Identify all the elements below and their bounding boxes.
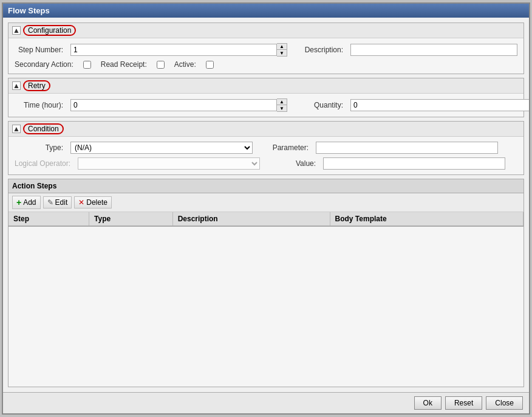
close-button[interactable]: Close	[486, 396, 523, 410]
add-button[interactable]: + Add	[12, 196, 41, 209]
step-number-input[interactable]	[70, 44, 277, 56]
edit-icon: ✎	[47, 198, 53, 207]
time-field: ▲ ▼	[70, 98, 287, 112]
edit-label: Edit	[55, 198, 68, 207]
time-input[interactable]	[70, 99, 277, 111]
action-steps-table: Step Type Description Body Template	[9, 212, 523, 227]
dialog-footer: Ok Reset Close	[3, 392, 529, 413]
action-steps-table-wrap: Step Type Description Body Template	[9, 212, 523, 387]
condition-content: Type: (N/A) Parameter: Logical Operator:	[9, 137, 523, 174]
type-select-wrap: (N/A)	[70, 142, 253, 154]
col-type: Type	[89, 212, 173, 226]
step-number-field: ▲ ▼	[70, 43, 287, 57]
parameter-label: Parameter:	[260, 143, 309, 152]
type-select[interactable]: (N/A)	[70, 142, 253, 154]
active-label: Active:	[174, 60, 196, 69]
active-checkbox[interactable]	[206, 61, 214, 69]
step-number-label: Step Number:	[15, 46, 63, 54]
retry-toggle-icon: ▲	[13, 81, 20, 90]
step-number-spin-up[interactable]: ▲	[277, 44, 287, 50]
condition-toggle[interactable]: ▲	[12, 125, 21, 133]
configuration-header[interactable]: ▲ Configuration	[9, 23, 523, 38]
condition-toggle-icon: ▲	[13, 125, 20, 133]
type-label: Type:	[15, 143, 63, 152]
secondary-action-checkbox[interactable]	[83, 61, 91, 69]
step-number-spinner: ▲ ▼	[277, 43, 287, 57]
value-input[interactable]	[323, 157, 505, 170]
quantity-field: ▲ ▼	[350, 98, 529, 112]
flow-steps-dialog: Flow Steps ▲ Configuration Step Number: …	[2, 2, 530, 415]
configuration-section: ▲ Configuration Step Number: ▲ ▼ Descrip…	[8, 22, 524, 74]
retry-section: ▲ Retry Time (hour): ▲ ▼ Quantity:	[8, 78, 524, 117]
description-label: Description:	[295, 46, 343, 54]
delete-label: Delete	[86, 198, 107, 207]
retry-row: Time (hour): ▲ ▼ Quantity: ▲ ▼	[15, 98, 517, 112]
configuration-toggle-icon: ▲	[13, 26, 20, 35]
table-header-row: Step Type Description Body Template	[9, 212, 523, 226]
add-label: Add	[23, 198, 36, 207]
retry-header[interactable]: ▲ Retry	[9, 78, 523, 94]
time-spin-down[interactable]: ▼	[277, 105, 287, 111]
config-row2: Secondary Action: Read Receipt: Active:	[15, 60, 517, 69]
configuration-title: Configuration	[23, 25, 76, 36]
parameter-input[interactable]	[316, 142, 498, 154]
retry-content: Time (hour): ▲ ▼ Quantity: ▲ ▼	[9, 94, 523, 117]
configuration-toggle[interactable]: ▲	[12, 26, 21, 35]
description-input[interactable]	[350, 44, 517, 56]
col-description: Description	[172, 212, 330, 226]
logical-operator-select[interactable]	[78, 157, 260, 170]
value-label: Value:	[267, 159, 316, 168]
configuration-content: Step Number: ▲ ▼ Description: Secondary …	[9, 38, 523, 74]
col-step: Step	[9, 212, 89, 226]
condition-header[interactable]: ▲ Condition	[9, 122, 523, 137]
retry-toggle[interactable]: ▲	[12, 81, 21, 90]
step-number-spin-down[interactable]: ▼	[277, 50, 287, 56]
ok-button[interactable]: Ok	[414, 396, 442, 410]
time-spinner: ▲ ▼	[277, 98, 287, 112]
time-spin-up[interactable]: ▲	[277, 99, 287, 105]
quantity-label: Quantity:	[295, 101, 343, 109]
delete-icon: ✕	[78, 198, 84, 207]
action-steps-section: Action Steps + Add ✎ Edit ✕ Delete	[8, 179, 524, 387]
condition-row2: Logical Operator: Value:	[15, 157, 517, 170]
col-body-template: Body Template	[330, 212, 523, 226]
retry-title: Retry	[23, 80, 50, 91]
secondary-action-label: Secondary Action:	[15, 60, 73, 69]
step-number-row: Step Number: ▲ ▼ Description:	[15, 43, 517, 57]
dialog-title: Flow Steps	[3, 4, 529, 18]
quantity-input[interactable]	[350, 99, 529, 111]
logical-operator-select-wrap	[78, 157, 260, 170]
action-steps-header: Action Steps	[9, 179, 523, 193]
table-head: Step Type Description Body Template	[9, 212, 523, 226]
condition-row1: Type: (N/A) Parameter:	[15, 142, 517, 154]
condition-title: Condition	[23, 123, 64, 134]
edit-button[interactable]: ✎ Edit	[43, 196, 72, 208]
read-receipt-checkbox[interactable]	[157, 61, 165, 69]
read-receipt-label: Read Receipt:	[101, 60, 147, 69]
logical-operator-label: Logical Operator:	[15, 159, 70, 168]
add-icon: +	[16, 198, 21, 207]
condition-section: ▲ Condition Type: (N/A) Parameter: Logi	[8, 121, 524, 175]
time-label: Time (hour):	[15, 101, 63, 109]
reset-button[interactable]: Reset	[445, 396, 482, 410]
dialog-body: ▲ Configuration Step Number: ▲ ▼ Descrip…	[3, 18, 529, 392]
delete-button[interactable]: ✕ Delete	[74, 196, 112, 208]
action-steps-toolbar: + Add ✎ Edit ✕ Delete	[9, 193, 523, 212]
